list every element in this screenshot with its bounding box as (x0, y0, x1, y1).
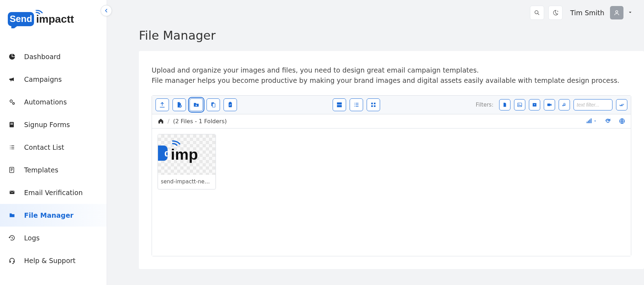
svg-rect-6 (10, 123, 13, 124)
signal-icon (586, 118, 593, 124)
sidebar-item-label: File Manager (24, 211, 73, 219)
desc-line-1: Upload and organize your images and file… (152, 66, 479, 74)
svg-rect-30 (591, 119, 592, 124)
grid-icon (370, 102, 377, 108)
sidebar-item-label: Contact List (24, 143, 64, 151)
svg-point-25 (519, 104, 519, 104)
brand-logo: Send impactt (0, 0, 107, 38)
file-icon (502, 102, 507, 108)
sidebar-item-automations[interactable]: Automations (0, 91, 107, 113)
video-icon (547, 102, 552, 107)
toolbar-left-group (156, 98, 237, 111)
main-content: File Manager Upload and organize your im… (107, 0, 644, 285)
sidebar-item-campaigns[interactable]: Campaigns (0, 68, 107, 91)
paste-button[interactable] (207, 98, 220, 111)
toolbar-center-group (333, 98, 380, 111)
svg-text:impactt: impactt (36, 13, 74, 25)
sidebar-item-signup-forms[interactable]: Signup Forms (0, 113, 107, 136)
svg-rect-27 (587, 122, 587, 124)
filter-file-button[interactable] (499, 99, 510, 110)
filter-audio-button[interactable] (559, 99, 570, 110)
refresh-icon (605, 118, 611, 124)
view-list-button[interactable] (350, 98, 363, 111)
new-folder-button[interactable] (190, 98, 203, 111)
folder-plus-icon (193, 102, 199, 108)
music-icon (562, 102, 567, 108)
file-plus-icon (176, 102, 182, 108)
upload-icon (159, 102, 165, 108)
filter-image-button[interactable] (514, 99, 525, 110)
breadcrumb-left: / (2 Files - 1 Folders) (158, 118, 227, 125)
double-check-icon (619, 102, 625, 108)
paste-icon (210, 102, 216, 108)
sidebar-item-help-support[interactable]: Help & Support (0, 249, 107, 272)
sidebar-item-label: Help & Support (24, 257, 75, 264)
desc-line-2: File manager helps you become productive… (152, 76, 620, 84)
svg-point-4 (13, 103, 15, 104)
svg-point-3 (10, 100, 12, 102)
sidebar-item-label: Signup Forms (24, 121, 70, 129)
sidebar-nav: Dashboard Campaigns Automations Signup F… (0, 45, 107, 272)
inbox-icon (532, 102, 537, 107)
chevron-left-icon (104, 8, 109, 13)
sidebar-item-label: Automations (24, 98, 67, 106)
thumbnail-image: d imp (158, 139, 215, 171)
svg-rect-23 (374, 105, 375, 107)
globe-icon (619, 118, 625, 124)
language-button[interactable] (619, 118, 625, 124)
file-name: send-impactt-new_... (158, 175, 215, 189)
sidebar: Send impactt Dashboard Campaigns Automat… (0, 0, 107, 285)
sidebar-item-logs[interactable]: Logs (0, 227, 107, 249)
select-all-button[interactable] (616, 99, 627, 110)
sidebar-item-dashboard[interactable]: Dashboard (0, 45, 107, 68)
list-icon (9, 144, 16, 150)
view-grid-button[interactable] (367, 98, 380, 111)
fm-breadcrumb: / (2 Files - 1 Folders) (152, 114, 631, 129)
sidebar-item-email-verification[interactable]: Email Verification (0, 181, 107, 204)
file-thumbnail: d imp (158, 135, 215, 175)
svg-rect-22 (371, 105, 373, 107)
clipboard-button[interactable] (224, 98, 237, 111)
breadcrumb-info: (2 Files - 1 Folders) (173, 118, 227, 125)
headset-icon (9, 257, 16, 264)
svg-rect-15 (213, 103, 215, 107)
form-icon (9, 121, 16, 128)
upload-button[interactable] (156, 98, 169, 111)
template-icon (9, 166, 16, 173)
sort-button[interactable] (586, 118, 597, 124)
sidebar-item-label: Campaigns (24, 75, 62, 83)
view-boxes-button[interactable] (333, 98, 346, 111)
filter-archive-button[interactable] (529, 99, 540, 110)
new-file-button[interactable] (173, 98, 186, 111)
sidebar-item-contact-list[interactable]: Contact List (0, 136, 107, 159)
page-title: File Manager (139, 28, 644, 42)
bullhorn-icon (9, 76, 16, 83)
gears-icon (9, 98, 16, 106)
svg-rect-29 (589, 120, 590, 124)
svg-rect-26 (547, 103, 550, 106)
refresh-button[interactable] (605, 118, 611, 124)
svg-text:Send: Send (10, 13, 32, 24)
toolbar-right-group: Filters: (476, 99, 627, 110)
sidebar-item-templates[interactable]: Templates (0, 159, 107, 181)
filter-video-button[interactable] (544, 99, 555, 110)
clipboard-check-icon (227, 102, 233, 108)
file-card[interactable]: d imp send-impactt-new_... (158, 134, 216, 189)
filter-text-input[interactable] (574, 99, 612, 110)
svg-text:imp: imp (171, 146, 198, 163)
page-description: Upload and organize your images and file… (152, 65, 631, 86)
filters-label: Filters: (476, 102, 493, 108)
svg-rect-9 (10, 191, 14, 194)
svg-rect-17 (230, 102, 231, 103)
fm-toolbar: Filters: (152, 96, 631, 114)
sidebar-item-label: Email Verification (24, 189, 83, 196)
list-view-icon (353, 102, 360, 108)
file-manager-panel: Filters: (152, 95, 631, 256)
fm-body: d imp send-impactt-new_... (152, 129, 631, 256)
home-breadcrumb[interactable] (158, 118, 164, 124)
image-icon (517, 102, 522, 107)
home-icon (158, 118, 164, 124)
sidebar-item-file-manager[interactable]: File Manager (0, 204, 107, 227)
sidebar-collapse-button[interactable] (101, 5, 112, 16)
sidebar-item-label: Logs (24, 234, 40, 242)
